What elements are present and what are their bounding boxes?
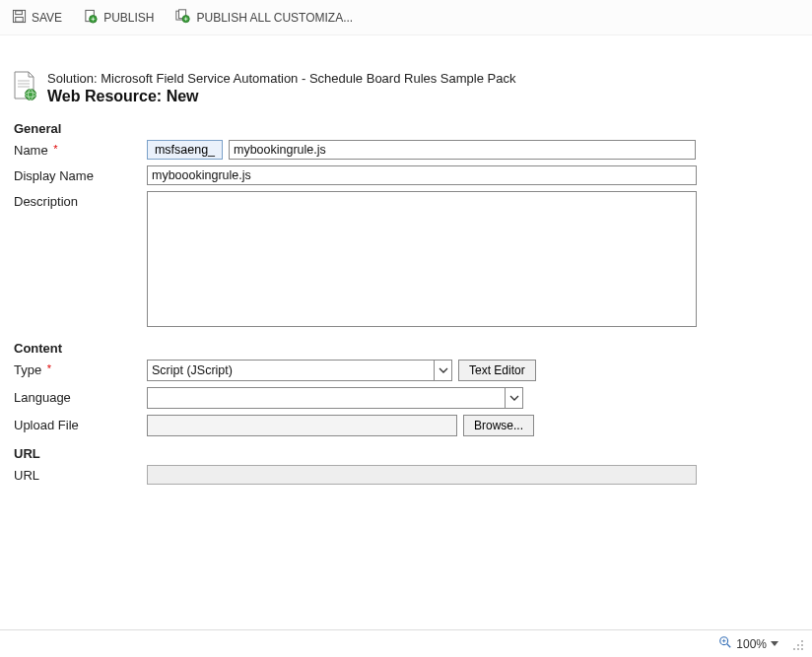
publish-all-label: PUBLISH ALL CUSTOMIZA...: [196, 11, 353, 25]
label-display-name: Display Name: [14, 168, 94, 183]
label-language: Language: [14, 390, 71, 405]
svg-rect-2: [16, 17, 24, 22]
publish-icon: [84, 9, 99, 27]
save-button[interactable]: SAVE: [10, 7, 64, 29]
display-name-input[interactable]: [147, 165, 697, 185]
zoom-control[interactable]: 100%: [718, 635, 778, 652]
row-url: URL: [14, 465, 798, 485]
row-type: Type * Script (JScript) Text Editor: [14, 360, 798, 381]
required-mark: *: [53, 143, 57, 155]
svg-rect-1: [16, 10, 23, 14]
language-select[interactable]: [147, 387, 523, 409]
name-prefix-input[interactable]: [147, 140, 223, 160]
label-type: Type: [14, 362, 41, 377]
status-bar: 100%: [0, 629, 812, 657]
zoom-magnifier-icon: [718, 635, 732, 652]
zoom-value: 100%: [736, 637, 767, 651]
name-input[interactable]: [229, 140, 696, 160]
description-input[interactable]: [147, 191, 697, 327]
upload-file-input[interactable]: [147, 415, 457, 436]
chevron-down-icon: [771, 641, 778, 646]
page-title: Web Resource: New: [47, 88, 515, 105]
web-resource-icon: [12, 71, 37, 103]
solution-title: Solution: Microsoft Field Service Automa…: [47, 71, 515, 86]
svg-point-11: [26, 90, 36, 100]
row-display-name: Display Name: [14, 165, 798, 185]
section-general: General: [14, 121, 798, 136]
row-language: Language: [14, 387, 798, 409]
label-url: URL: [14, 468, 39, 483]
row-name: Name *: [14, 140, 798, 160]
publish-all-button[interactable]: PUBLISH ALL CUSTOMIZA...: [173, 7, 355, 29]
row-upload-file: Upload File Browse...: [14, 415, 798, 436]
publish-label: PUBLISH: [103, 11, 154, 25]
save-icon: [12, 9, 27, 27]
required-mark-type: *: [47, 362, 51, 374]
label-name: Name: [14, 143, 48, 158]
publish-button[interactable]: PUBLISH: [82, 7, 156, 29]
section-url: URL: [14, 446, 798, 461]
save-label: SAVE: [32, 11, 62, 25]
svg-rect-0: [13, 10, 25, 22]
resize-grip-icon: [790, 637, 804, 651]
browse-button[interactable]: Browse...: [463, 415, 534, 436]
section-content: Content: [14, 341, 798, 356]
row-description: Description: [14, 191, 798, 327]
page-header: Solution: Microsoft Field Service Automa…: [0, 35, 812, 111]
form-body: General Name * Display Name Description …: [0, 111, 812, 485]
label-description: Description: [14, 194, 78, 209]
publish-all-icon: [175, 9, 191, 27]
label-upload-file: Upload File: [14, 418, 79, 432]
url-input: [147, 465, 697, 485]
text-editor-button[interactable]: Text Editor: [458, 360, 536, 381]
toolbar: SAVE PUBLISH PUBLISH ALL CUSTOMIZA...: [0, 0, 812, 35]
type-select[interactable]: Script (JScript): [147, 360, 452, 381]
svg-line-15: [727, 644, 731, 648]
